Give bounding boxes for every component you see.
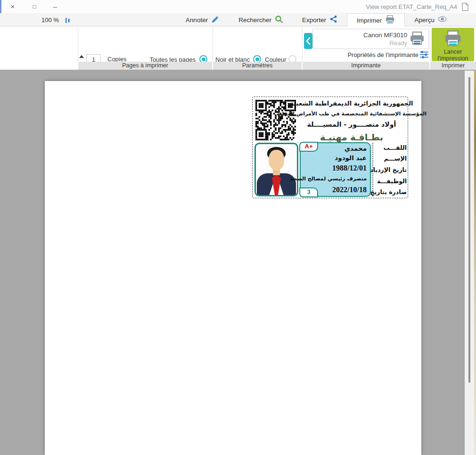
background-window-edge <box>474 71 476 455</box>
share-icon <box>329 15 337 24</box>
divider <box>430 26 430 62</box>
tab-exporter[interactable]: Exporter <box>293 13 347 26</box>
card-title: بطـاقـة مهنيـة <box>320 132 383 142</box>
fit-zoom-icon[interactable] <box>65 17 71 25</box>
print-options-panel: Copies Assemblées Toutes les pages Page … <box>0 26 476 70</box>
title-bar: × □ – View report ETAT_Carte_Req_A4 <box>0 0 476 13</box>
card-values-panel: A+ 3 محمدي عبد الودود 1988/12/01 متصرف ر… <box>300 142 371 197</box>
tab-exporter-label: Exporter <box>302 16 326 24</box>
avatar-photo <box>254 143 298 196</box>
tab-imprimer[interactable]: Imprimer <box>347 13 405 27</box>
blood-type-badge: A+ <box>299 142 318 152</box>
search-icon <box>275 15 283 25</box>
label-birthdate: تاريخ الإزدياد <box>370 166 407 173</box>
printer-name: Canon MF3010 <box>363 32 407 39</box>
start-print-label: Lancer l'impression <box>435 49 471 62</box>
divider <box>302 26 303 62</box>
divider <box>78 26 78 62</box>
value-issue-date: 2022/10/18 <box>332 186 367 194</box>
tab-rechercher-label: Rechercher <box>238 16 271 24</box>
value-surname: محمدي <box>345 145 367 152</box>
zoom-level[interactable]: 100 % <box>41 16 59 24</box>
value-birthdate: 1988/12/01 <box>332 164 367 172</box>
tab-annoter-label: Annoter <box>186 16 208 24</box>
close-icon[interactable]: × <box>8 2 18 11</box>
card-header-line3: أولاد منصــــور - المسيــــلة <box>307 121 396 128</box>
toolbar: 100 % Annoter Rechercher Exporter <box>0 13 476 26</box>
printer-prev-button[interactable] <box>304 33 312 49</box>
printer-icon <box>443 30 462 49</box>
printer-properties-link[interactable]: Propriétés de l'imprimante <box>330 51 419 58</box>
card-header: الجمهورية الجزائرية الديمقراطية الشعبية … <box>297 100 406 142</box>
eye-icon <box>438 16 447 24</box>
tab-rechercher[interactable]: Rechercher <box>229 13 293 26</box>
card-header-line2: المؤسسة الإستشفائية المتخصصة في طب الأمر… <box>277 111 427 117</box>
vertical-scrollbar[interactable] <box>465 71 474 455</box>
value-function: متصرف رئيسي لمصالح الصحة <box>290 176 367 182</box>
report-page: الجمهورية الجزائرية الديمقراطية الشعبية … <box>45 81 421 455</box>
tab-apercu-label: Aperçu <box>414 16 435 24</box>
chevron-left-icon <box>305 37 311 45</box>
tab-annoter[interactable]: Annoter <box>176 13 229 26</box>
value-name: عبد الودود <box>335 154 367 162</box>
label-issue-date: صادرة بتاريخ <box>370 188 407 195</box>
card-number-badge: 3 <box>299 187 318 197</box>
section-parametres: Paramètres <box>213 62 302 70</box>
preview-area[interactable]: الجمهورية الجزائرية الديمقراطية الشعبية … <box>0 70 476 455</box>
tab-imprimer-label: Imprimer <box>357 17 382 24</box>
stepper-up-icon[interactable] <box>79 55 84 58</box>
label-function: الوظيفـــة <box>377 178 407 185</box>
printer-icon <box>409 31 425 48</box>
section-imprimante: Imprimante <box>303 62 429 70</box>
printer-properties-icon[interactable] <box>419 50 429 61</box>
printer-icon <box>385 15 395 25</box>
maximize-icon[interactable]: □ <box>29 2 40 11</box>
label-name: الإســـم <box>384 155 407 162</box>
document-icon <box>461 2 469 13</box>
tab-apercu[interactable]: Aperçu <box>405 13 456 26</box>
toolbar-tabs: Annoter Rechercher Exporter Imprimer <box>176 13 456 26</box>
scrollbar-thumb[interactable] <box>468 77 470 382</box>
section-pages-a-imprimer: Pages à imprimer <box>78 62 212 70</box>
section-imprimer: Imprimer <box>430 62 476 70</box>
pencil-icon <box>211 15 220 25</box>
report-viewer-window: × □ – View report ETAT_Carte_Req_A4 100 … <box>0 0 476 455</box>
card-header-line1: الجمهورية الجزائرية الديمقراطية الشعبية <box>290 100 413 107</box>
printer-status: Ready <box>389 40 407 47</box>
window-title: View report ETAT_Carte_Req_A4 <box>366 3 457 10</box>
id-card: الجمهورية الجزائرية الديمقراطية الشعبية … <box>252 97 408 198</box>
start-print-button[interactable]: Lancer l'impression <box>432 28 474 61</box>
printer-selector[interactable]: Canon MF3010 Ready <box>312 29 429 49</box>
minimize-icon[interactable]: – <box>50 2 60 11</box>
label-surname: اللقـــب <box>384 144 407 151</box>
